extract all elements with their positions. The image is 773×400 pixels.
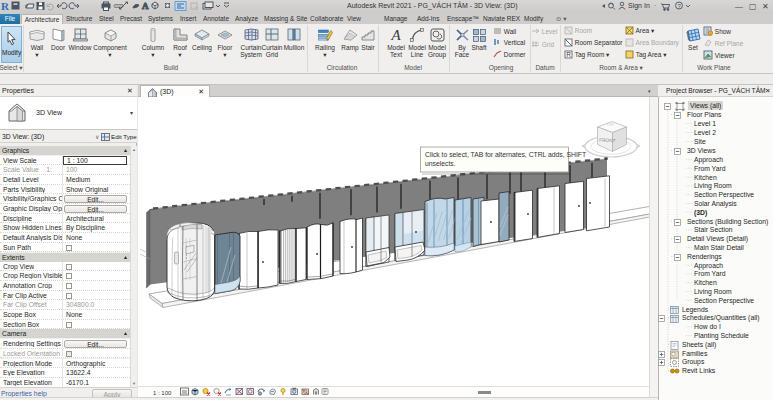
svg-text:FRONT: FRONT: [599, 138, 616, 144]
svg-text:A: A: [142, 1, 149, 11]
svg-text:TOP: TOP: [607, 123, 615, 127]
svg-text:Click to select, TAB for alter: Click to select, TAB for alternates, CTR…: [425, 151, 586, 158]
svg-text:R: R: [566, 51, 571, 58]
svg-text:unselects.: unselects.: [425, 160, 456, 167]
svg-text:·: ·: [654, 2, 656, 9]
svg-text:Sign In: Sign In: [628, 2, 650, 10]
svg-text:R: R: [1, 0, 10, 12]
